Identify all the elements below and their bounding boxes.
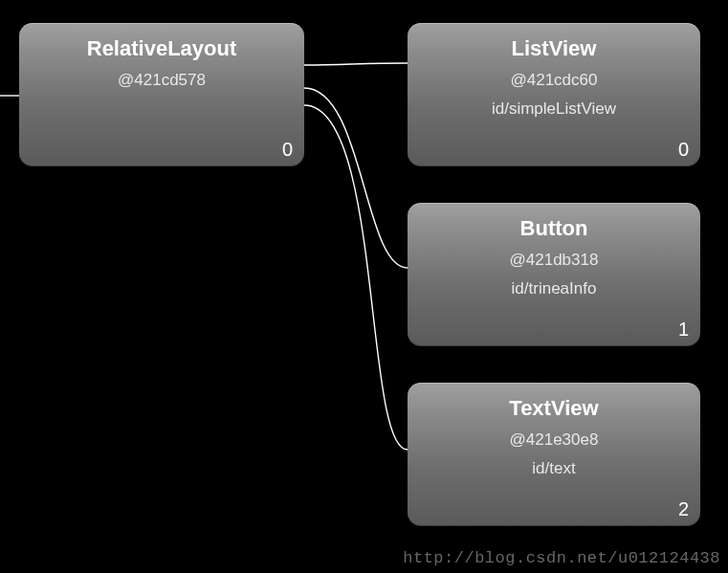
hierarchy-diagram: { "nodes": { "root": { "title": "Relativ… [0,0,728,573]
node-address: @421e30e8 [408,430,700,450]
node-index: 0 [678,139,689,161]
node-address: @421cdc60 [408,71,700,90]
node-index: 2 [678,498,689,520]
node-title: TextView [408,383,700,421]
node-index: 0 [282,139,293,161]
node-address: @421cd578 [19,71,304,90]
node-title: RelativeLayout [19,23,304,61]
node-resource-id: id/simpleListView [408,99,700,119]
node-button[interactable]: Button @421db318 id/trineaInfo 1 [408,203,700,346]
node-title: ListView [408,23,700,61]
node-address: @421db318 [408,251,700,270]
node-resource-id: id/text [408,459,700,478]
node-listview[interactable]: ListView @421cdc60 id/simpleListView 0 [408,23,700,166]
node-index: 1 [678,319,689,341]
node-resource-id: id/trineaInfo [408,279,700,298]
node-relativelayout[interactable]: RelativeLayout @421cd578 0 [19,23,304,166]
node-title: Button [408,203,700,241]
watermark-text: http://blog.csdn.net/u012124438 [403,549,720,567]
node-textview[interactable]: TextView @421e30e8 id/text 2 [408,383,700,526]
